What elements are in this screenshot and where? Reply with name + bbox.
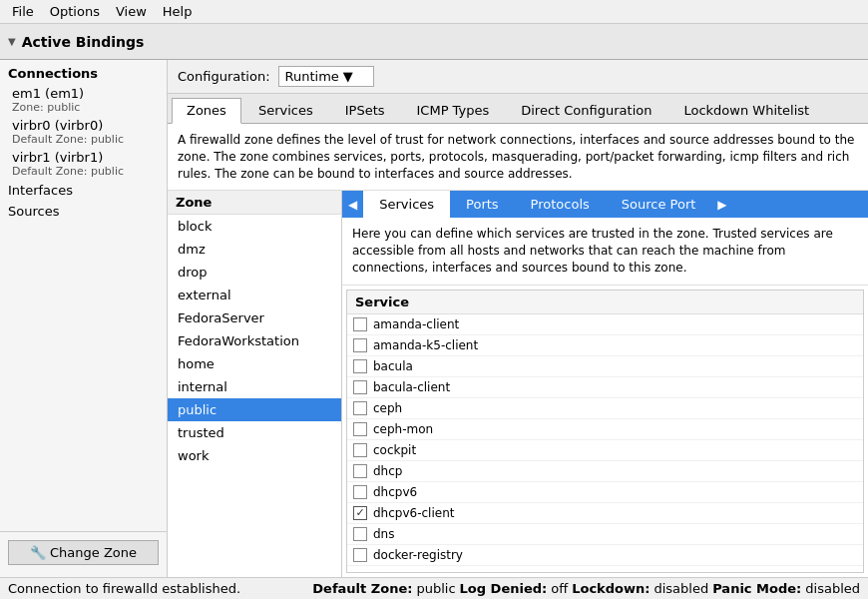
log-denied-value: off	[551, 581, 568, 596]
menu-options[interactable]: Options	[42, 2, 108, 21]
service-dhcp-checkbox[interactable]	[353, 464, 367, 478]
service-amanda-k5-client-label: amanda-k5-client	[373, 338, 478, 352]
sidebar-item-interfaces[interactable]: Interfaces	[0, 180, 167, 201]
service-dhcp-label: dhcp	[373, 464, 402, 478]
status-right: Default Zone: public Log Denied: off Loc…	[312, 581, 860, 596]
config-arrow: ▼	[343, 69, 353, 84]
tab-lockdown-whitelist[interactable]: Lockdown Whitelist	[668, 98, 824, 123]
zone-list-header: Zone	[168, 191, 341, 215]
service-dhcpv6-label: dhcpv6	[373, 485, 417, 499]
service-dhcpv6-checkbox[interactable]	[353, 485, 367, 499]
zone-trusted[interactable]: trusted	[168, 421, 341, 444]
service-ceph-label: ceph	[373, 401, 402, 415]
service-amanda-k5-client[interactable]: amanda-k5-client	[347, 335, 863, 356]
service-bacula-client[interactable]: bacula-client	[347, 377, 863, 398]
connection-virbr1-name: virbr1 (virbr1)	[12, 150, 155, 165]
zone-work[interactable]: work	[168, 444, 341, 467]
service-dhcpv6-client-label: dhcpv6-client	[373, 506, 454, 520]
subtab-ports[interactable]: Ports	[450, 191, 515, 218]
zone-external[interactable]: external	[168, 284, 341, 306]
zone-home[interactable]: home	[168, 352, 341, 375]
content-area: Connections em1 (em1) Zone: public virbr…	[0, 60, 868, 577]
service-amanda-k5-client-checkbox[interactable]	[353, 338, 367, 352]
services-subtabs: ◀ Services Ports Protocols Source Port ▶	[342, 191, 868, 218]
service-amanda-client[interactable]: amanda-client	[347, 314, 863, 335]
main-layout: ▼ Active Bindings Connections em1 (em1) …	[0, 24, 868, 599]
change-zone-label: Change Zone	[50, 545, 137, 560]
app-title: Active Bindings	[22, 34, 145, 50]
service-bacula-client-label: bacula-client	[373, 380, 450, 394]
menu-view[interactable]: View	[108, 2, 155, 21]
service-docker-registry[interactable]: docker-registry	[347, 545, 863, 566]
right-panel: Configuration: Runtime ▼ Zones Services …	[168, 60, 868, 577]
connection-virbr1-sub: Default Zone: public	[12, 165, 155, 178]
status-left-text: Connection to firewalld established.	[8, 581, 240, 596]
log-denied-label: Log Denied:	[460, 581, 548, 596]
statusbar: Connection to firewalld established. Def…	[0, 577, 868, 599]
subtabs-left-arrow[interactable]: ◀	[342, 194, 363, 216]
service-dhcpv6-client[interactable]: dhcpv6-client	[347, 503, 863, 524]
default-zone-label: Default Zone:	[312, 581, 412, 596]
zone-dmz[interactable]: dmz	[168, 238, 341, 261]
tab-zones[interactable]: Zones	[172, 98, 241, 124]
services-panel: ◀ Services Ports Protocols Source Port ▶…	[342, 191, 868, 577]
service-amanda-client-label: amanda-client	[373, 317, 459, 331]
config-dropdown[interactable]: Runtime ▼	[278, 66, 374, 87]
service-ceph-mon-checkbox[interactable]	[353, 422, 367, 436]
service-bacula[interactable]: bacula	[347, 356, 863, 377]
lockdown-label: Lockdown:	[572, 581, 650, 596]
subtab-services[interactable]: Services	[363, 191, 450, 218]
change-zone-icon: 🔧	[30, 545, 46, 560]
subtab-protocols[interactable]: Protocols	[515, 191, 606, 218]
zone-public[interactable]: public	[168, 398, 341, 421]
service-ceph-checkbox[interactable]	[353, 401, 367, 415]
config-label: Configuration:	[178, 69, 270, 84]
zone-internal[interactable]: internal	[168, 375, 341, 398]
sidebar-item-sources[interactable]: Sources	[0, 201, 167, 222]
service-bacula-client-checkbox[interactable]	[353, 380, 367, 394]
tab-services[interactable]: Services	[243, 98, 328, 123]
subtab-source-port[interactable]: Source Port	[606, 191, 712, 218]
service-dns[interactable]: dns	[347, 524, 863, 545]
connection-em1[interactable]: em1 (em1) Zone: public	[0, 84, 167, 116]
titlebar: ▼ Active Bindings	[0, 24, 868, 60]
service-dns-checkbox[interactable]	[353, 527, 367, 541]
service-cockpit-label: cockpit	[373, 443, 416, 457]
tab-direct-configuration[interactable]: Direct Configuration	[506, 98, 666, 123]
menu-file[interactable]: File	[4, 2, 42, 21]
zone-description: A firewalld zone defines the level of tr…	[168, 124, 868, 191]
connection-virbr0[interactable]: virbr0 (virbr0) Default Zone: public	[0, 116, 167, 148]
titlebar-arrow[interactable]: ▼	[8, 36, 16, 47]
service-ceph[interactable]: ceph	[347, 398, 863, 419]
subtabs-right-arrow[interactable]: ▶	[711, 194, 732, 216]
service-dhcp[interactable]: dhcp	[347, 461, 863, 482]
tab-ipsets[interactable]: IPSets	[330, 98, 400, 123]
services-list-container: Service amanda-client amanda-k5-client b…	[346, 290, 864, 573]
connection-virbr0-name: virbr0 (virbr0)	[12, 118, 155, 133]
service-ceph-mon[interactable]: ceph-mon	[347, 419, 863, 440]
service-dhcpv6-client-checkbox[interactable]	[353, 506, 367, 520]
service-cockpit[interactable]: cockpit	[347, 440, 863, 461]
service-cockpit-checkbox[interactable]	[353, 443, 367, 457]
zone-drop[interactable]: drop	[168, 261, 341, 284]
service-amanda-client-checkbox[interactable]	[353, 317, 367, 331]
service-docker-registry-label: docker-registry	[373, 548, 463, 562]
service-docker-registry-checkbox[interactable]	[353, 548, 367, 562]
connection-virbr0-sub: Default Zone: public	[12, 133, 155, 146]
connections-section-label: Connections	[0, 60, 167, 84]
panic-mode-value: disabled	[805, 581, 860, 596]
tab-icmp-types[interactable]: ICMP Types	[402, 98, 505, 123]
zone-fedoraworkstation[interactable]: FedoraWorkstation	[168, 329, 341, 352]
menu-help[interactable]: Help	[155, 2, 201, 21]
service-dhcpv6[interactable]: dhcpv6	[347, 482, 863, 503]
zone-list: Zone block dmz drop external FedoraServe…	[168, 191, 342, 577]
zone-fedoraserver[interactable]: FedoraServer	[168, 306, 341, 329]
zone-block[interactable]: block	[168, 215, 341, 238]
panic-mode-label: Panic Mode:	[712, 581, 801, 596]
config-bar: Configuration: Runtime ▼	[168, 60, 868, 94]
service-bacula-label: bacula	[373, 359, 413, 373]
connection-virbr1[interactable]: virbr1 (virbr1) Default Zone: public	[0, 148, 167, 180]
service-bacula-checkbox[interactable]	[353, 359, 367, 373]
menubar: File Options View Help	[0, 0, 868, 24]
change-zone-button[interactable]: 🔧 Change Zone	[8, 540, 159, 565]
